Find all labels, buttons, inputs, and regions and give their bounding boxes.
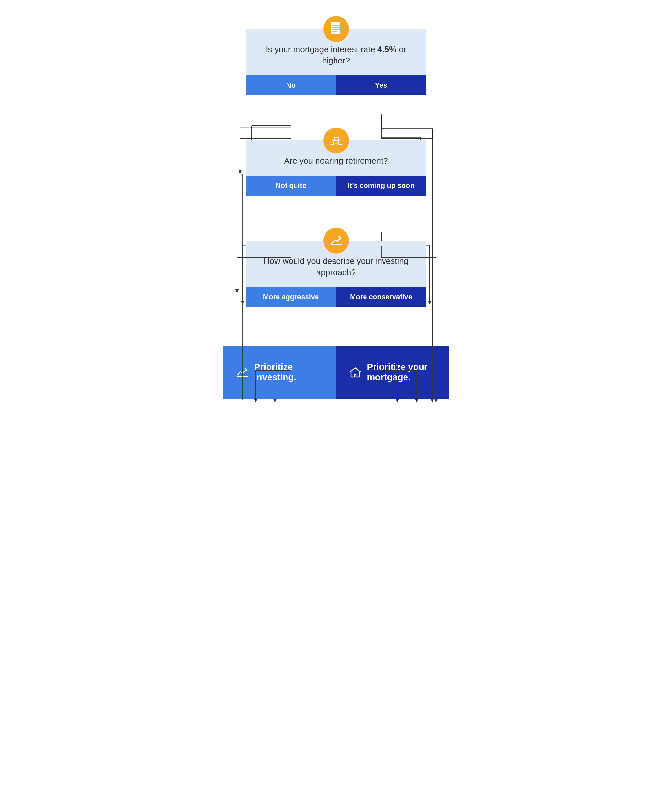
q2-icon [323, 128, 349, 154]
mortgage-result: Prioritize your mortgage. [336, 346, 449, 398]
svg-rect-30 [332, 29, 339, 30]
mortgage-label: Prioritize your mortgage. [367, 362, 436, 383]
house-icon [349, 366, 361, 378]
q1-yes-button[interactable]: Yes [336, 75, 426, 95]
q2-answers: Not quite It's coming up soon [246, 176, 426, 196]
q3-no-button[interactable]: More aggressive [246, 287, 336, 307]
q2-block: Are you nearing retirement? Not quite It… [246, 140, 426, 196]
q3-text: How would you describe your investing ap… [259, 255, 414, 278]
q2-no-button[interactable]: Not quite [246, 176, 336, 196]
q1-answers: No Yes [246, 75, 426, 95]
q1-no-button[interactable]: No [246, 75, 336, 95]
svg-marker-46 [254, 399, 257, 403]
q3-yes-button[interactable]: More conservative [336, 287, 426, 307]
svg-rect-36 [334, 137, 339, 138]
rocking-chair-icon [329, 133, 343, 148]
arrows-area [223, 330, 449, 346]
results-row: Prioritize investing. Prioritize your mo… [223, 346, 449, 398]
q3-icon [323, 228, 349, 253]
trending-up-icon [329, 234, 343, 248]
invest-icon [236, 366, 248, 378]
q1-icon [323, 16, 349, 42]
svg-marker-45 [434, 399, 438, 403]
svg-marker-49 [396, 399, 399, 403]
svg-marker-43 [431, 399, 434, 403]
content-layer: Is your mortgage interest rate 4.5% or h… [223, 13, 449, 398]
invest-label: Prioritize investing. [254, 362, 323, 383]
q2-text: Are you nearing retirement? [259, 155, 414, 167]
svg-rect-27 [332, 23, 339, 34]
invest-result: Prioritize investing. [223, 346, 336, 398]
decision-diagram: Is your mortgage interest rate 4.5% or h… [223, 13, 449, 398]
q3-answers: More aggressive More conservative [246, 287, 426, 307]
svg-rect-31 [332, 31, 337, 32]
svg-marker-41 [350, 368, 360, 377]
q2-yes-button[interactable]: It's coming up soon [336, 176, 426, 196]
document-icon [329, 22, 343, 36]
q1-text: Is your mortgage interest rate 4.5% or h… [259, 44, 414, 66]
q3-block: How would you describe your investing ap… [246, 241, 426, 307]
svg-rect-33 [332, 140, 340, 142]
svg-marker-48 [415, 399, 418, 403]
q1-block: Is your mortgage interest rate 4.5% or h… [246, 29, 426, 95]
svg-rect-29 [332, 27, 339, 28]
svg-rect-28 [332, 25, 339, 26]
svg-marker-47 [273, 399, 277, 403]
